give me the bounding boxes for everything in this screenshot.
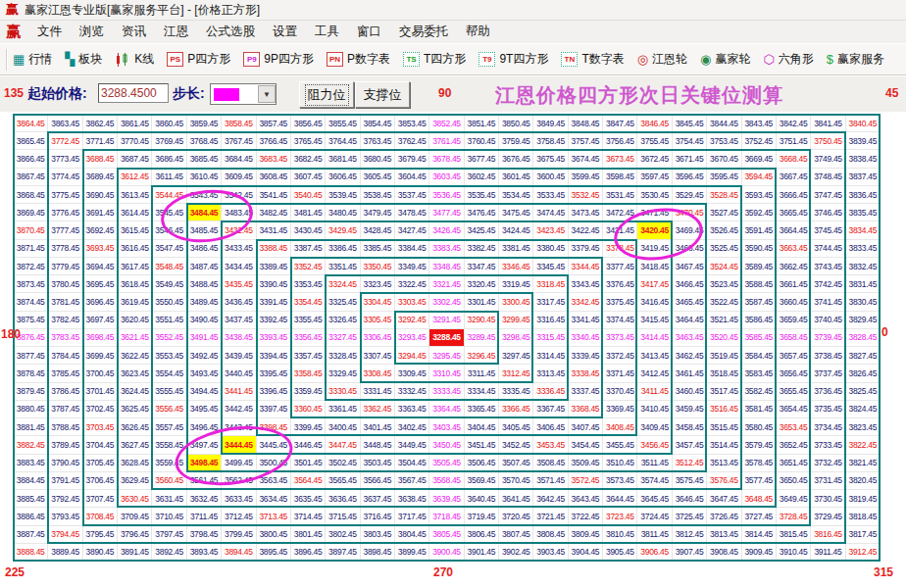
grid-cell: 3313.45 [533, 365, 568, 382]
grid-cell: 3299.45 [499, 312, 533, 329]
grid-cell: 3489.45 [187, 293, 222, 311]
menu-item-工具[interactable]: 工具 [306, 22, 348, 42]
grid-cell: 3620.45 [118, 312, 152, 329]
grid-cell: 3492.45 [187, 347, 222, 365]
grid-cell: 3826.45 [846, 365, 881, 382]
toolbar-button-9T四方形[interactable]: T99T四方形 [478, 51, 548, 68]
step-dropdown[interactable]: ▼ [210, 83, 277, 105]
grid-cell: 3488.45 [187, 275, 222, 293]
grid-cell: 3458.45 [673, 418, 707, 436]
grid-cell: 3392.45 [257, 312, 291, 329]
toolbar-button-赢家轮[interactable]: ◉赢家轮 [700, 51, 750, 68]
menu-item-帮助[interactable]: 帮助 [457, 22, 499, 42]
menu-item-资讯[interactable]: 资讯 [113, 22, 155, 42]
grid-cell: 3791.45 [48, 472, 82, 490]
toolbar-button-六角形[interactable]: ⬡六角形 [763, 51, 813, 68]
grid-cell: 3374.45 [603, 312, 637, 329]
menu-item-窗口[interactable]: 窗口 [348, 22, 390, 42]
grid-cell: 3447.45 [326, 436, 360, 454]
dropdown-arrow-icon[interactable]: ▼ [258, 85, 276, 103]
grid-cell: 3393.45 [257, 329, 291, 347]
grid-cell: 3459.45 [673, 401, 707, 418]
toolbar-button-K线[interactable]: K线 [115, 51, 154, 68]
grid-cell: 3375.45 [603, 293, 637, 311]
grid-cell: 3846.45 [637, 115, 672, 132]
grid-cell: 3431.45 [257, 221, 291, 239]
resistance-button[interactable]: 阻力位 [299, 81, 354, 108]
grid-cell: 3454.45 [569, 436, 603, 454]
grid-cell: 3300.45 [499, 293, 533, 311]
menu-item-公式选股[interactable]: 公式选股 [197, 22, 264, 42]
grid-cell: 3897.45 [326, 544, 360, 562]
grid-cell: 3444.45 [222, 436, 256, 454]
toolbar-label: 六角形 [779, 51, 814, 68]
p9-square-icon: P9 [243, 52, 260, 67]
toolbar-button-赢家服务[interactable]: $赢家服务 [827, 51, 884, 68]
grid-cell: 3743.45 [811, 258, 845, 275]
grid-cell: 3360.45 [291, 401, 326, 418]
toolbar-button-P四方形[interactable]: PSP四方形 [167, 51, 230, 68]
grid-cell: 3567.45 [395, 472, 429, 490]
grid-cell: 3884.45 [14, 472, 48, 490]
grid-cell: 3584.45 [742, 347, 777, 365]
grid-cell: 3789.45 [48, 436, 82, 454]
toolbar-button-T四方形[interactable]: TST四方形 [403, 51, 466, 68]
grid-cell: 3685.45 [187, 150, 222, 168]
grid-cell: 3341.45 [569, 312, 603, 329]
grid-cell: 3748.45 [811, 169, 845, 186]
toolbar-button-板块[interactable]: ▚板块 [65, 51, 102, 68]
grid-cell: 3699.45 [83, 347, 118, 365]
start-price-input[interactable] [98, 83, 169, 103]
grid-cell: 3428.45 [361, 221, 395, 239]
menu-item-交易委托[interactable]: 交易委托 [390, 22, 457, 42]
grid-cell: 3610.45 [187, 169, 222, 186]
grid-cell: 3528.45 [707, 186, 741, 204]
grid-cell: 3714.45 [291, 508, 326, 525]
menu-item-浏览[interactable]: 浏览 [71, 22, 113, 42]
grid-cell: 3533.45 [533, 186, 568, 204]
menu-item-江恩[interactable]: 江恩 [155, 22, 197, 42]
grid-cell: 3865.45 [14, 132, 48, 150]
grid-cell: 3518.45 [707, 365, 741, 382]
grid-cell: 3513.45 [707, 455, 741, 472]
grid-cell: 3830.45 [846, 293, 881, 311]
toolbar-button-行情[interactable]: ▦行情 [13, 51, 52, 68]
grid-cell: 3607.45 [291, 169, 326, 186]
toolbar-button-T数字表[interactable]: TNT数字表 [561, 51, 624, 68]
window-title: 赢家江恩专业版[赢家服务平台] - [价格正方形] [25, 2, 260, 19]
grid-cell: 3872.45 [14, 258, 48, 275]
grid-cell: 3695.45 [83, 275, 118, 293]
angle-label-315: 315 [874, 565, 893, 579]
grid-cell: 3575.45 [673, 472, 707, 490]
grid-cell: 3855.45 [326, 115, 360, 132]
grid-cell: 3863.45 [48, 115, 82, 132]
grid-cell: 3683.45 [257, 150, 291, 168]
grid-cell: 3824.45 [846, 401, 881, 418]
grid-cell: 3797.45 [152, 526, 186, 544]
grid-cell: 3450.45 [429, 436, 464, 454]
grid-cell: 3526.45 [707, 221, 741, 239]
grid-cell: 3498.45 [187, 455, 222, 472]
grid-cell: 3723.45 [603, 508, 637, 525]
grid-cell: 3562.45 [222, 472, 256, 490]
grid-cell: 3779.45 [48, 258, 82, 275]
support-button[interactable]: 支撑位 [355, 81, 410, 108]
grid-cell: 3851.45 [465, 115, 499, 132]
grid-cell: 3811.45 [637, 526, 672, 544]
toolbar-button-P数字表[interactable]: PNP数字表 [327, 51, 390, 68]
grid-cell: 3877.45 [14, 347, 48, 365]
grid-cell: 3716.45 [361, 508, 395, 525]
grid-cell: 3697.45 [83, 312, 118, 329]
grid-cell: 3582.45 [742, 383, 777, 401]
menu-item-设置[interactable]: 设置 [264, 22, 306, 42]
grid-cell: 3542.45 [222, 186, 256, 204]
toolbar-button-江恩轮[interactable]: ◎江恩轮 [637, 51, 687, 68]
toolbar-button-9P四方形[interactable]: P99P四方形 [243, 51, 314, 68]
grid-cell: 3343.45 [569, 275, 603, 293]
grid-cell: 3632.45 [187, 490, 222, 508]
grid-cell: 3328.45 [326, 347, 360, 365]
grid-cell: 3630.45 [118, 490, 152, 508]
grid-cell: 3608.45 [257, 169, 291, 186]
menu-item-文件[interactable]: 文件 [28, 22, 71, 42]
grid-cell: 3759.45 [499, 132, 533, 150]
